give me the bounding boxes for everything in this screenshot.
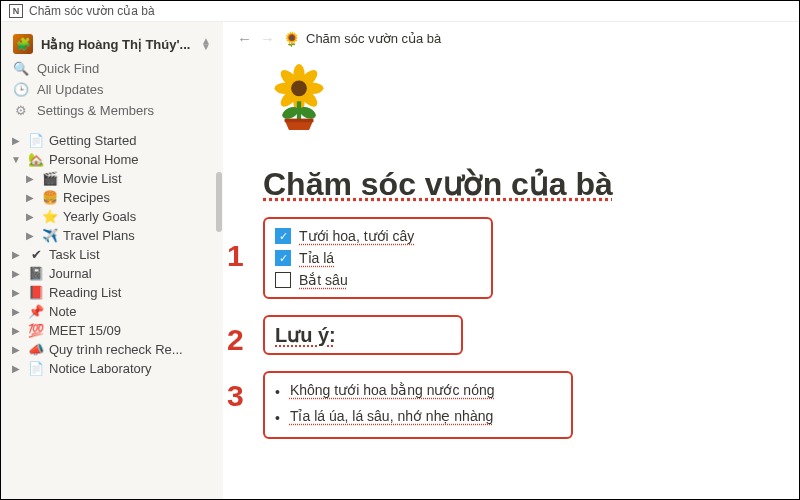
quick-find[interactable]: 🔍 Quick Find bbox=[5, 58, 219, 79]
chevron-right-icon[interactable]: ▶ bbox=[23, 192, 37, 203]
page-label: Journal bbox=[49, 266, 215, 281]
page-label: Getting Started bbox=[49, 133, 215, 148]
todo-text[interactable]: Tỉa lá bbox=[299, 250, 334, 266]
sidebar-page-8[interactable]: ▶📕Reading List bbox=[5, 283, 219, 302]
page-label: Yearly Goals bbox=[63, 209, 215, 224]
page-icon[interactable] bbox=[263, 61, 759, 147]
page-label: Notice Laboratory bbox=[49, 361, 215, 376]
annotation-box-2: 2 Lưu ý: bbox=[263, 315, 463, 355]
page-label: Movie List bbox=[63, 171, 215, 186]
chevron-right-icon[interactable]: ▶ bbox=[23, 211, 37, 222]
chevron-right-icon[interactable]: ▶ bbox=[9, 249, 23, 260]
page-emoji-icon: ✔ bbox=[27, 247, 45, 262]
workspace-icon: 🧩 bbox=[13, 34, 33, 54]
page-emoji-icon: ✈️ bbox=[41, 228, 59, 243]
chevron-right-icon[interactable]: ▶ bbox=[9, 325, 23, 336]
sidebar-page-7[interactable]: ▶📓Journal bbox=[5, 264, 219, 283]
page-label: Quy trình recheck Re... bbox=[49, 342, 215, 357]
sidebar-scrollbar[interactable] bbox=[216, 172, 222, 232]
forward-button[interactable]: → bbox=[260, 30, 275, 47]
titlebar: N Chăm sóc vườn của bà bbox=[1, 1, 799, 22]
sidebar-page-4[interactable]: ▶⭐Yearly Goals bbox=[5, 207, 219, 226]
sidebar-page-5[interactable]: ▶✈️Travel Plans bbox=[5, 226, 219, 245]
page-emoji-icon: 📣 bbox=[27, 342, 45, 357]
bullet-item-1[interactable]: •Tỉa lá úa, lá sâu, nhớ nhẹ nhàng bbox=[275, 405, 561, 431]
page-emoji-icon: 📄 bbox=[27, 361, 45, 376]
page-tree: ▶📄Getting Started▼🏡Personal Home▶🎬Movie … bbox=[5, 131, 219, 378]
annotation-box-3: 3 •Không tưới hoa bằng nước nóng•Tỉa lá … bbox=[263, 371, 573, 439]
page-emoji-icon: 🍔 bbox=[41, 190, 59, 205]
gear-icon: ⚙ bbox=[13, 103, 29, 118]
settings-label: Settings & Members bbox=[37, 103, 154, 118]
page-label: Recipes bbox=[63, 190, 215, 205]
page-label: Task List bbox=[49, 247, 215, 262]
page-emoji-icon: 📌 bbox=[27, 304, 45, 319]
page-emoji-icon: ⭐ bbox=[41, 209, 59, 224]
app-body: 🧩 Hằng Hoàng Thị Thúy'... ▲▼ 🔍 Quick Fin… bbox=[1, 22, 799, 499]
chevron-right-icon[interactable]: ▶ bbox=[23, 230, 37, 241]
page-label: Note bbox=[49, 304, 215, 319]
sidebar-page-2[interactable]: ▶🎬Movie List bbox=[5, 169, 219, 188]
page-emoji-icon: 📄 bbox=[27, 133, 45, 148]
page-title[interactable]: Chăm sóc vườn của bà bbox=[263, 165, 759, 203]
sidebar-page-11[interactable]: ▶📣Quy trình recheck Re... bbox=[5, 340, 219, 359]
chevron-right-icon[interactable]: ▶ bbox=[9, 344, 23, 355]
page-emoji-icon: 📓 bbox=[27, 266, 45, 281]
annotation-number-2: 2 bbox=[227, 323, 244, 357]
topbar: ← → 🌻 Chăm sóc vườn của bà bbox=[223, 22, 799, 55]
chevron-right-icon[interactable]: ▶ bbox=[9, 306, 23, 317]
todo-text[interactable]: Bắt sâu bbox=[299, 272, 348, 288]
page-label: Reading List bbox=[49, 285, 215, 300]
annotation-box-1: 1 ✓Tưới hoa, tưới cây✓Tỉa láBắt sâu bbox=[263, 217, 493, 299]
bullet-item-0[interactable]: •Không tưới hoa bằng nước nóng bbox=[275, 379, 561, 405]
annotation-number-1: 1 bbox=[227, 239, 244, 273]
chevron-right-icon[interactable]: ▶ bbox=[9, 287, 23, 298]
chevron-right-icon[interactable]: ▶ bbox=[23, 173, 37, 184]
checkbox[interactable]: ✓ bbox=[275, 228, 291, 244]
window-title: Chăm sóc vườn của bà bbox=[29, 4, 155, 18]
workspace-switcher[interactable]: 🧩 Hằng Hoàng Thị Thúy'... ▲▼ bbox=[5, 30, 219, 58]
svg-rect-12 bbox=[285, 119, 314, 123]
chevron-down-icon[interactable]: ▼ bbox=[9, 154, 23, 165]
app-icon: N bbox=[9, 4, 23, 18]
back-button[interactable]: ← bbox=[237, 30, 252, 47]
chevron-right-icon[interactable]: ▶ bbox=[9, 363, 23, 374]
todo-item-0[interactable]: ✓Tưới hoa, tưới cây bbox=[275, 225, 481, 247]
sidebar-page-10[interactable]: ▶💯MEET 15/09 bbox=[5, 321, 219, 340]
page-emoji-icon: 📕 bbox=[27, 285, 45, 300]
page-label: Travel Plans bbox=[63, 228, 215, 243]
sidebar-page-1[interactable]: ▼🏡Personal Home bbox=[5, 150, 219, 169]
bullet-text[interactable]: Tỉa lá úa, lá sâu, nhớ nhẹ nhàng bbox=[290, 408, 493, 428]
page-content: Chăm sóc vườn của bà 1 ✓Tưới hoa, tưới c… bbox=[223, 55, 799, 499]
checkbox[interactable] bbox=[275, 272, 291, 288]
sidebar: 🧩 Hằng Hoàng Thị Thúy'... ▲▼ 🔍 Quick Fin… bbox=[1, 22, 223, 499]
breadcrumb[interactable]: 🌻 Chăm sóc vườn của bà bbox=[283, 31, 441, 47]
sunflower-icon bbox=[263, 61, 335, 133]
sidebar-page-3[interactable]: ▶🍔Recipes bbox=[5, 188, 219, 207]
search-icon: 🔍 bbox=[13, 61, 29, 76]
sidebar-page-9[interactable]: ▶📌Note bbox=[5, 302, 219, 321]
todo-item-2[interactable]: Bắt sâu bbox=[275, 269, 481, 291]
app-window: N Chăm sóc vườn của bà 🧩 Hằng Hoàng Thị … bbox=[0, 0, 800, 500]
sidebar-page-6[interactable]: ▶✔Task List bbox=[5, 245, 219, 264]
chevron-right-icon[interactable]: ▶ bbox=[9, 135, 23, 146]
quick-find-label: Quick Find bbox=[37, 61, 99, 76]
chevron-updown-icon: ▲▼ bbox=[201, 38, 211, 50]
todo-item-1[interactable]: ✓Tỉa lá bbox=[275, 247, 481, 269]
sidebar-page-12[interactable]: ▶📄Notice Laboratory bbox=[5, 359, 219, 378]
checkbox[interactable]: ✓ bbox=[275, 250, 291, 266]
sidebar-page-0[interactable]: ▶📄Getting Started bbox=[5, 131, 219, 150]
todo-text[interactable]: Tưới hoa, tưới cây bbox=[299, 228, 414, 244]
heading-luu-y[interactable]: Lưu ý: bbox=[275, 323, 451, 347]
settings-members[interactable]: ⚙ Settings & Members bbox=[5, 100, 219, 121]
bullet-icon: • bbox=[275, 408, 280, 428]
workspace-name: Hằng Hoàng Thị Thúy'... bbox=[41, 37, 193, 52]
sunflower-icon: 🌻 bbox=[283, 31, 300, 47]
page-emoji-icon: 🎬 bbox=[41, 171, 59, 186]
chevron-right-icon[interactable]: ▶ bbox=[9, 268, 23, 279]
page-emoji-icon: 💯 bbox=[27, 323, 45, 338]
bullet-text[interactable]: Không tưới hoa bằng nước nóng bbox=[290, 382, 495, 402]
all-updates[interactable]: 🕒 All Updates bbox=[5, 79, 219, 100]
page-label: Personal Home bbox=[49, 152, 215, 167]
bullet-icon: • bbox=[275, 382, 280, 402]
